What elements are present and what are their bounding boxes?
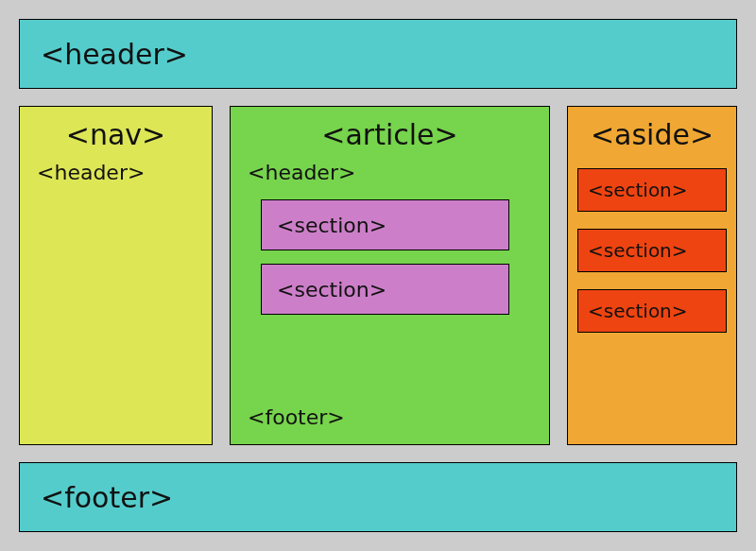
aside-section: <section> xyxy=(577,229,727,272)
nav-header-label: <header> xyxy=(33,161,198,184)
article-section-label: <section> xyxy=(277,278,387,301)
article-header-label: <header> xyxy=(244,161,536,184)
aside-section: <section> xyxy=(577,168,727,212)
article-section: <section> xyxy=(261,199,509,250)
aside-sections: <section> <section> <section> xyxy=(577,168,727,333)
article-sections: <section> <section> xyxy=(261,199,509,315)
page-header-box: <header> xyxy=(19,19,737,89)
semantic-layout-diagram: <header> <nav> <header> <article> <heade… xyxy=(19,19,737,532)
article-footer-label: <footer> xyxy=(244,405,536,433)
aside-section: <section> xyxy=(577,289,727,333)
page-footer-label: <footer> xyxy=(41,481,173,514)
page-footer-box: <footer> xyxy=(19,462,737,532)
article-section-label: <section> xyxy=(277,214,387,237)
aside-section-label: <section> xyxy=(588,179,688,201)
article-section: <section> xyxy=(261,264,509,315)
aside-section-label: <section> xyxy=(588,300,688,322)
nav-box: <nav> <header> xyxy=(19,106,213,445)
page-header-label: <header> xyxy=(41,38,188,71)
article-box: <article> <header> <section> <section> <… xyxy=(230,106,550,445)
middle-row: <nav> <header> <article> <header> <secti… xyxy=(19,106,737,445)
aside-section-label: <section> xyxy=(588,239,688,262)
nav-title: <nav> xyxy=(33,118,198,151)
aside-title: <aside> xyxy=(577,118,727,151)
aside-box: <aside> <section> <section> <section> xyxy=(567,106,737,445)
article-title: <article> xyxy=(244,118,536,151)
